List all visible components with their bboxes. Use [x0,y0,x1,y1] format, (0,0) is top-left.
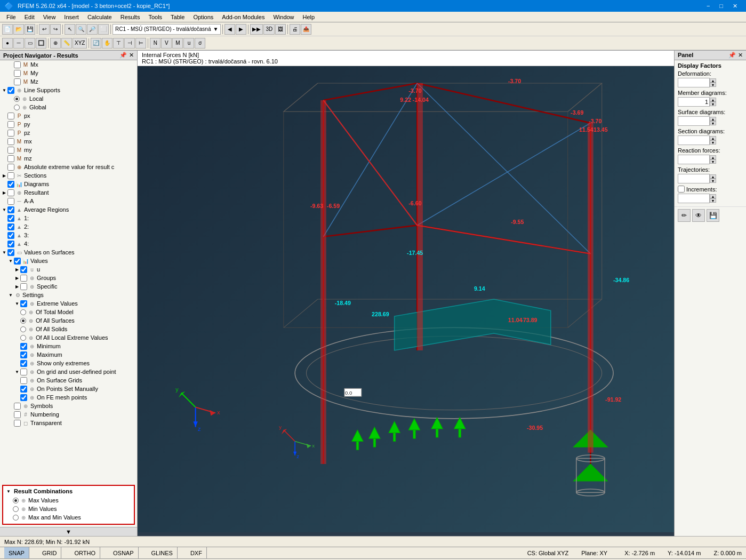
tree-check-minimum[interactable] [20,343,27,350]
panel-close-icon[interactable]: ✕ [129,52,134,59]
tree-check-symbols[interactable] [14,403,21,410]
deformation-spin-up[interactable]: ▲ [710,78,716,83]
tb-new[interactable]: 📄 [2,24,13,35]
radio-of-total-model[interactable] [20,309,26,315]
tree-check-absolute[interactable] [7,164,14,171]
increments-spin-up[interactable]: ▲ [710,194,716,198]
menu-item-insert[interactable]: Insert [60,13,83,21]
tree-check-py[interactable] [7,121,14,128]
member-diagrams-input[interactable] [678,97,710,107]
expand-u[interactable]: ▶ [14,266,20,273]
tree-check-on-fe-mesh[interactable] [20,394,27,401]
menu-item-window[interactable]: Window [269,13,298,21]
tb-zoom-out[interactable]: 🔎 [87,24,98,35]
trajectories-spin-down[interactable]: ▼ [710,179,716,183]
tree-check-on-grid-user[interactable] [20,369,27,375]
tree-item-transparent[interactable]: ◻ Transparent [0,419,137,427]
tb-render[interactable]: 🖼 [275,24,286,35]
tree-item-u[interactable]: ▶ u u [0,265,137,274]
radio-of-all-local[interactable] [20,335,26,341]
tree-check-transparent[interactable] [14,420,21,427]
tb-view-front[interactable]: ⊣ [124,38,135,49]
tree-check-ar4[interactable] [7,241,14,247]
tb-export[interactable]: 📤 [301,24,311,35]
tree-item-absolute[interactable]: ⊕ Absolute extreme value for result c [0,163,137,171]
tb-view-side[interactable]: ⊢ [135,38,146,49]
tb-open[interactable]: 📂 [13,24,24,35]
tree-item-of-total-model[interactable]: ⊕ Of Total Model [0,308,137,316]
section-spin-up[interactable]: ▲ [710,136,716,140]
tb-prev[interactable]: ◀ [224,24,235,35]
tree-item-my-ls[interactable]: M my [0,146,137,154]
tree-item-px[interactable]: P px [0,111,137,120]
tb-undo[interactable]: ↩ [39,24,50,35]
section-diagrams-input[interactable] [678,135,710,145]
tb-surface[interactable]: ▭ [25,38,35,49]
menu-item-addon[interactable]: Add-on Modules [218,13,269,21]
tree-item-ar4[interactable]: ▲ 4: [0,239,137,248]
section-spin-down[interactable]: ▼ [710,140,716,145]
expand-extreme-values[interactable]: ▼ [14,300,20,307]
status-grid[interactable]: GRID [38,547,62,558]
expand-sections[interactable]: ▶ [1,172,7,179]
tree-item-on-grid-user[interactable]: ▼ ⊕ On grid and user-defined point [0,367,137,376]
expand-specific[interactable]: ▶ [14,283,20,290]
tree-item-groups[interactable]: ▶ ⊕ Groups [0,274,137,282]
radio-global[interactable] [14,105,20,110]
tree-check-diagrams[interactable] [7,181,14,188]
tb-redo[interactable]: ↪ [50,24,61,35]
tree-item-mz[interactable]: M Mz [0,77,137,86]
tb-print[interactable]: 🖨 [290,24,300,35]
panel-view-btn[interactable]: 👁 [692,209,705,222]
reaction-forces-input[interactable] [678,155,710,164]
tree-check-u[interactable] [20,266,27,273]
radio-maxmin-values[interactable] [13,515,19,521]
menu-item-help[interactable]: Help [299,13,319,21]
tree-check-extreme-values[interactable] [20,300,27,307]
result-comb-max[interactable]: ⊕ Max Values [5,496,132,505]
right-panel-pin[interactable]: 📌 [728,52,736,59]
tb-select[interactable]: ↖ [65,24,75,35]
tree-check-sections[interactable] [7,172,14,179]
tree-item-line-supports[interactable]: ▼ ⊕ Line Supports [0,86,137,94]
menu-item-view[interactable]: View [39,13,60,21]
tb-node[interactable]: ● [2,38,13,49]
tb-result-n[interactable]: N [150,38,161,49]
expand-on-grid-user[interactable]: ▼ [14,369,20,375]
menu-item-table[interactable]: Table [166,13,189,21]
tree-check-values[interactable] [14,258,21,265]
menu-item-file[interactable]: File [2,13,20,21]
tree-check-ar2[interactable] [7,223,14,230]
tb-zoom-in[interactable]: 🔍 [76,24,86,35]
increments-spin-down[interactable]: ▼ [710,198,716,203]
tree-item-of-all-surfaces[interactable]: ⊕ Of All Surfaces [0,316,137,325]
tree-item-numbering[interactable]: # Numbering [0,410,137,419]
expand-average-regions[interactable]: ▼ [1,206,7,213]
tree-item-values-on-surfaces[interactable]: ▼ ▭ Values on Surfaces [0,248,137,257]
tree-item-py[interactable]: P py [0,120,137,129]
expand-line-supports[interactable]: ▼ [1,87,7,93]
tree-item-sections[interactable]: ▶ ✂ Sections [0,171,137,180]
tb-save[interactable]: 💾 [25,24,35,35]
menu-item-tools[interactable]: Tools [144,13,166,21]
surface-spin-up[interactable]: ▲ [710,117,716,121]
tree-check-mz[interactable] [14,78,21,85]
tree-check-ar3[interactable] [7,232,14,239]
expand-resultant[interactable]: ▶ [1,189,7,196]
minimize-button[interactable]: − [702,2,714,11]
reaction-spin-up[interactable]: ▲ [710,155,716,159]
tb-axis[interactable]: XYZ [73,38,87,49]
tree-item-settings[interactable]: ▼ ⚙ Settings [0,291,137,299]
status-ortho[interactable]: ORTHO [70,547,100,558]
menu-item-results[interactable]: Results [116,13,145,21]
menu-item-calculate[interactable]: Calculate [83,13,116,21]
tb-result-v[interactable]: V [161,38,172,49]
tree-check-px[interactable] [7,113,14,119]
tree-item-global[interactable]: ⊕ Global [0,103,137,111]
tree-check-groups[interactable] [20,275,27,282]
tb-snap[interactable]: ⊕ [50,38,61,49]
tree-item-on-points-manually[interactable]: ⊕ On Points Set Manually [0,385,137,393]
tree-check-mx[interactable] [14,61,21,68]
tree-item-minimum[interactable]: ⊕ Minimum [0,342,137,350]
increments-input[interactable] [678,194,710,203]
